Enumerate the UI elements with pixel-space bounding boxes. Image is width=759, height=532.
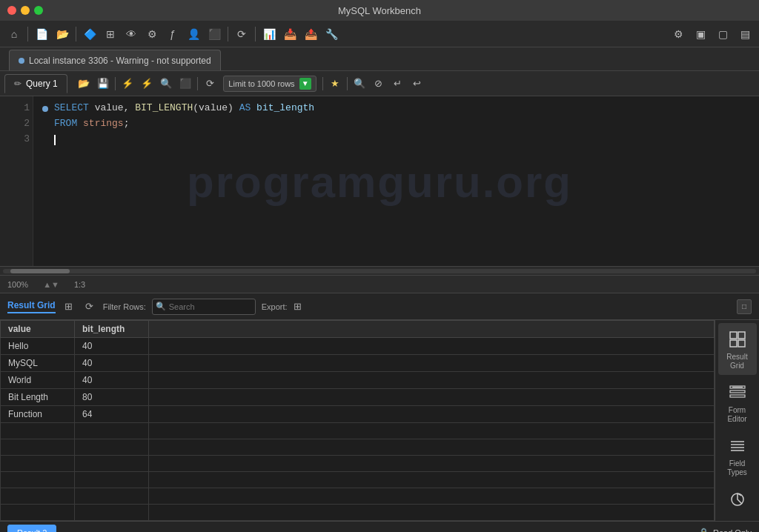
export-icon-nav[interactable]: 📤 bbox=[301, 24, 320, 44]
svg-rect-1 bbox=[738, 332, 745, 339]
cell-value-5[interactable]: Function bbox=[1, 406, 75, 423]
empty-row-6 bbox=[1, 505, 715, 521]
layout2-icon[interactable]: ▢ bbox=[713, 24, 732, 44]
sidebar-tool-form-editor[interactable]: FormEditor bbox=[718, 376, 757, 428]
sidebar-tool-query-stats[interactable] bbox=[718, 483, 757, 514]
col-header-bitlength[interactable]: bit_length bbox=[75, 321, 149, 338]
query-tab[interactable]: ✏ Query 1 bbox=[4, 74, 67, 93]
table-icon[interactable]: ⊞ bbox=[101, 24, 120, 44]
explain-btn[interactable]: 🔍 bbox=[157, 75, 175, 93]
save-btn[interactable]: 💾 bbox=[94, 75, 112, 93]
user-icon[interactable]: 👤 bbox=[184, 24, 203, 44]
wrap-text-btn[interactable]: □ bbox=[737, 299, 752, 314]
cell-bitlength-2[interactable]: 40 bbox=[75, 355, 149, 372]
grid-icon[interactable]: ⊞ bbox=[62, 299, 76, 314]
run-btn[interactable]: ⚡ bbox=[119, 75, 136, 93]
cell-empty-3 bbox=[149, 372, 715, 389]
table-row[interactable]: Hello 40 bbox=[1, 338, 715, 355]
open-icon[interactable]: 📂 bbox=[53, 24, 72, 44]
sql-semicolon: ; bbox=[124, 116, 130, 132]
import-icon[interactable]: 📥 bbox=[280, 24, 299, 44]
svg-rect-5 bbox=[730, 390, 745, 393]
format-btn[interactable]: ⟳ bbox=[201, 75, 219, 93]
cell-bitlength-5[interactable]: 64 bbox=[75, 406, 149, 423]
limit-dropdown[interactable]: Limit to 1000 rows ▼ bbox=[223, 76, 316, 92]
refresh-icon[interactable]: ⟳ bbox=[232, 24, 251, 44]
svg-rect-0 bbox=[730, 332, 737, 339]
line-numbers: 1 2 3 bbox=[0, 96, 33, 266]
result-tab-label[interactable]: Result Grid bbox=[7, 300, 56, 313]
cell-bitlength-3[interactable]: 40 bbox=[75, 372, 149, 389]
filter-input[interactable] bbox=[152, 299, 256, 315]
func-icon[interactable]: ƒ bbox=[163, 24, 182, 44]
home-icon[interactable]: ⌂ bbox=[4, 24, 24, 44]
result2-tab[interactable]: Result 2 bbox=[7, 525, 56, 533]
result-area[interactable]: value bit_length Hello 40 MySQL 40 Worl bbox=[0, 320, 715, 521]
nav-right: ⚙ ▣ ▢ ▤ bbox=[669, 24, 755, 44]
search-btn[interactable]: 🔍 bbox=[351, 75, 368, 93]
sql-keyword-as: AS bbox=[239, 101, 251, 116]
sql-alias: bit_length bbox=[256, 101, 314, 116]
limit-label: Limit to 1000 rows bbox=[228, 79, 294, 88]
performance-icon[interactable]: 📊 bbox=[259, 24, 279, 44]
export-grid-icon[interactable]: ⊞ bbox=[294, 301, 302, 312]
sidebar-form-editor-label: FormEditor bbox=[727, 406, 746, 424]
minimize-button[interactable] bbox=[21, 6, 30, 15]
filter-btn[interactable]: ⊘ bbox=[370, 75, 388, 93]
cell-empty-4 bbox=[149, 389, 715, 406]
table-row[interactable]: MySQL 40 bbox=[1, 355, 715, 372]
layout3-icon[interactable]: ▤ bbox=[735, 24, 755, 44]
col-header-value[interactable]: value bbox=[1, 321, 75, 338]
schema-icon[interactable]: 🔷 bbox=[80, 24, 99, 44]
close-button[interactable] bbox=[7, 6, 16, 15]
cell-value-3[interactable]: World bbox=[1, 372, 75, 389]
cell-value-4[interactable]: Bit Length bbox=[1, 389, 75, 406]
table-row[interactable]: Bit Length 80 bbox=[1, 389, 715, 406]
query-stats-icon bbox=[727, 489, 748, 510]
layout-icon[interactable]: ▣ bbox=[691, 24, 710, 44]
stop-query-btn[interactable]: ⬛ bbox=[176, 75, 194, 93]
query-tab-label: Query 1 bbox=[26, 79, 58, 89]
manage-icon[interactable]: 🔧 bbox=[322, 24, 341, 44]
empty-row-2 bbox=[1, 439, 715, 456]
maximize-button[interactable] bbox=[34, 6, 43, 15]
cell-value-2[interactable]: MySQL bbox=[1, 355, 75, 372]
open-file-btn[interactable]: 📂 bbox=[75, 75, 93, 93]
star-btn[interactable]: ★ bbox=[326, 75, 344, 93]
view-icon[interactable]: 👁 bbox=[122, 24, 141, 44]
main-area: value bit_length Hello 40 MySQL 40 Worl bbox=[0, 320, 759, 521]
result-table: value bit_length Hello 40 MySQL 40 Worl bbox=[0, 320, 715, 521]
cell-value-1[interactable]: Hello bbox=[1, 338, 75, 355]
query-tab-icon: ✏ bbox=[14, 79, 21, 89]
cell-bitlength-4[interactable]: 80 bbox=[75, 389, 149, 406]
wrap-btn[interactable]: ↩ bbox=[408, 75, 426, 93]
cell-empty-2 bbox=[149, 355, 715, 372]
table-row[interactable]: World 40 bbox=[1, 372, 715, 389]
tb-sep-4 bbox=[347, 77, 348, 90]
proc-icon[interactable]: ⚙ bbox=[142, 24, 162, 44]
cell-bitlength-1[interactable]: 40 bbox=[75, 338, 149, 355]
sidebar-tool-field-types[interactable]: FieldTypes bbox=[718, 430, 757, 482]
scrollbar-thumb[interactable] bbox=[10, 269, 70, 273]
new-query-icon[interactable]: 📄 bbox=[32, 24, 51, 44]
sidebar-tool-result-grid[interactable]: ResultGrid bbox=[718, 323, 757, 375]
sql-editor[interactable]: 1 2 3 SELECT value, BIT_LENGTH (value) A… bbox=[0, 96, 759, 267]
refresh-result-icon[interactable]: ⟳ bbox=[82, 299, 97, 314]
nav-sep-1 bbox=[27, 27, 28, 41]
scrollbar-track[interactable] bbox=[3, 269, 756, 273]
tb-sep-1 bbox=[115, 77, 116, 90]
sql-content[interactable]: SELECT value, BIT_LENGTH (value) AS bit_… bbox=[33, 96, 759, 266]
instance-tab[interactable]: Local instance 3306 - Warning - not supp… bbox=[9, 50, 221, 70]
settings-icon[interactable]: ⚙ bbox=[669, 24, 688, 44]
line-dot-1 bbox=[42, 106, 48, 112]
table-row[interactable]: Function 64 bbox=[1, 406, 715, 423]
window-title: MySQL Workbench bbox=[338, 5, 421, 16]
indent-btn[interactable]: ↵ bbox=[389, 75, 407, 93]
query-toolbar: ✏ Query 1 📂 💾 ⚡ ⚡ 🔍 ⬛ ⟳ Limit to 1000 ro… bbox=[0, 71, 759, 96]
stop-icon[interactable]: ⬛ bbox=[205, 24, 224, 44]
zoom-level: 100% bbox=[7, 280, 28, 289]
run-sel-btn[interactable]: ⚡ bbox=[138, 75, 156, 93]
instance-dot bbox=[19, 58, 24, 64]
title-bar: MySQL Workbench bbox=[0, 0, 759, 21]
right-sidebar: ResultGrid FormEditor bbox=[715, 320, 759, 521]
